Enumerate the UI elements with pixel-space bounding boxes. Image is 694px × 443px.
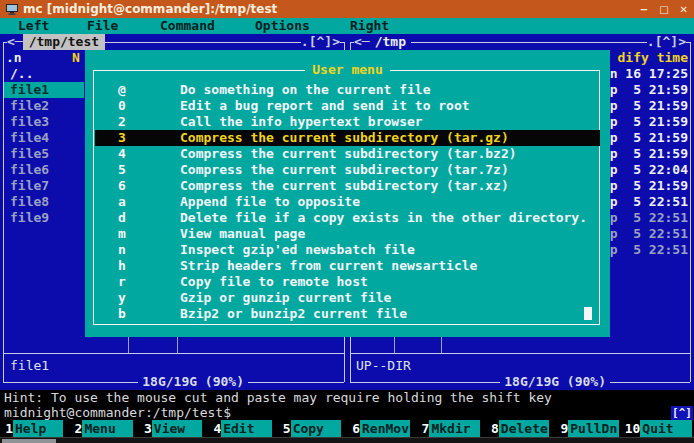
modify-time-cell: p 5 21:59 xyxy=(606,114,688,130)
right-scroll-left-icon[interactable]: <─ xyxy=(354,34,370,50)
close-button[interactable]: ✕ xyxy=(680,4,688,15)
user-menu-item[interactable]: m View manual page xyxy=(95,226,600,242)
modify-time-cell: n 16 17:25 xyxy=(606,66,688,82)
user-menu-item[interactable]: @ Do something on the current file xyxy=(95,82,600,98)
user-menu-item[interactable]: 6 Compress the current subdirectory (tar… xyxy=(95,178,600,194)
user-menu-item[interactable]: 2 Call the info hypertext browser xyxy=(95,114,600,130)
fkey-copy[interactable]: 5 Copy xyxy=(278,420,347,437)
file-row[interactable]: file9 xyxy=(4,210,84,226)
menu-bar: Left File Command Options Right xyxy=(0,18,694,34)
left-panel-header: <─ /tmp/test .[^]> xyxy=(3,34,344,50)
left-sort-indicator[interactable]: .n xyxy=(6,50,22,66)
user-menu-item-selected[interactable]: 3 Compress the current subdirectory (tar… xyxy=(95,130,600,146)
menu-command[interactable]: Command xyxy=(160,18,215,34)
fkey-renmov[interactable]: 6 RenMov xyxy=(347,420,416,437)
modify-time-cell: p 5 22:51 xyxy=(606,210,688,226)
fkey-edit[interactable]: 4 Edit xyxy=(208,420,277,437)
minimize-button[interactable]: − xyxy=(640,4,648,15)
fkey-delete[interactable]: 8 Delete xyxy=(486,420,555,437)
left-panel-footer: 18G/19G (90%) xyxy=(3,374,344,390)
modify-time-cell: p 5 21:59 xyxy=(606,178,688,194)
window-title: mc [midnight@commander]:/tmp/test xyxy=(23,2,277,16)
terminal-icon xyxy=(6,3,18,15)
user-menu-item[interactable]: 4 Compress the current subdirectory (tar… xyxy=(95,146,600,162)
user-menu-item[interactable]: 5 Compress the current subdirectory (tar… xyxy=(95,162,600,178)
titlebar: mc [midnight@commander]:/tmp/test − □ ✕ xyxy=(0,0,694,18)
file-row[interactable]: /.. xyxy=(4,66,84,82)
left-free-space: 18G/19G (90%) xyxy=(138,374,248,390)
modify-time-cell: p 5 21:59 xyxy=(606,82,688,98)
modify-time-cell: p 5 22:04 xyxy=(606,162,688,178)
horizontal-scrollbar[interactable] xyxy=(0,437,694,443)
fkey-help[interactable]: 1 Help xyxy=(0,420,69,437)
left-ministatus: file1 xyxy=(10,358,49,374)
maximize-button[interactable]: □ xyxy=(659,4,668,15)
column-separator xyxy=(441,337,442,353)
menu-file[interactable]: File xyxy=(87,18,118,34)
user-menu-item[interactable]: d Delete file if a copy exists in the ot… xyxy=(95,210,600,226)
right-ministatus: UP--DIR xyxy=(356,358,411,374)
dialog-title: User menu xyxy=(85,62,610,78)
user-menu-item[interactable]: h Strip headers from current newsarticle xyxy=(95,258,600,274)
file-row[interactable]: file3 xyxy=(4,114,84,130)
right-panel-controls[interactable]: .[^]> xyxy=(647,34,686,50)
fkey-pulldn[interactable]: 9 PullDn xyxy=(555,420,624,437)
right-panel-border-right xyxy=(690,42,691,382)
mc-window: mc [midnight@commander]:/tmp/test − □ ✕ … xyxy=(0,0,694,443)
fkey-mkdir[interactable]: 7 Mkdir xyxy=(416,420,485,437)
modify-time-cell: p 5 21:59 xyxy=(606,130,688,146)
left-name-column-header[interactable]: N xyxy=(72,50,80,66)
text-cursor xyxy=(584,307,592,320)
modify-time-cell: p 5 22:51 xyxy=(606,242,688,258)
modify-time-cell: p 5 21:59 xyxy=(606,98,688,114)
fkey-quit[interactable]: 10 Quit xyxy=(625,420,694,437)
file-row[interactable]: file5 xyxy=(4,146,84,162)
user-menu-item[interactable]: 0 Edit a bug report and send it to root xyxy=(95,98,600,114)
file-row[interactable]: file2 xyxy=(4,98,84,114)
file-row[interactable]: file8 xyxy=(4,194,84,210)
modify-time-cell: p 5 22:51 xyxy=(606,194,688,210)
right-ministatus-separator xyxy=(351,353,690,354)
user-menu-item[interactable]: a Append file to opposite xyxy=(95,194,600,210)
scrollbar-thumb[interactable] xyxy=(2,439,56,443)
right-panel-header: <─ /tmp .[^]> xyxy=(350,34,690,50)
left-ministatus-separator xyxy=(4,353,344,354)
modify-time-cell: p 5 21:59 xyxy=(606,146,688,162)
left-panel-controls[interactable]: .[^]> xyxy=(301,34,340,50)
column-separator xyxy=(177,337,178,353)
right-modify-time-header[interactable]: dify time xyxy=(606,50,688,66)
user-menu-item[interactable]: r Copy file to remote host xyxy=(95,274,600,290)
user-menu-item[interactable]: b Bzip2 or bunzip2 current file xyxy=(95,306,600,322)
terminal: Left File Command Options Right <─ /tmp/… xyxy=(0,18,694,443)
function-key-bar: 1 Help 2 Menu 3 View 4 Edit 5 Copy 6 Ren… xyxy=(0,420,694,437)
user-menu-dialog: User menu @ Do something on the current … xyxy=(85,50,610,337)
history-badge[interactable]: [^] xyxy=(671,406,693,420)
right-panel-footer: 18G/19G (90%) xyxy=(350,374,690,390)
command-prompt[interactable]: midnight@commander:/tmp/test$ xyxy=(4,405,231,421)
right-free-space: 18G/19G (90%) xyxy=(500,374,610,390)
column-separator xyxy=(394,337,395,353)
right-panel-path[interactable]: /tmp xyxy=(370,34,411,50)
user-menu-item[interactable]: y Gzip or gunzip current file xyxy=(95,290,600,306)
modify-time-cell: p 5 22:51 xyxy=(606,226,688,242)
file-row[interactable]: file6 xyxy=(4,162,84,178)
column-separator xyxy=(128,337,129,353)
left-panel-path[interactable]: /tmp/test xyxy=(23,34,105,50)
menu-options[interactable]: Options xyxy=(255,18,310,34)
user-menu-item[interactable]: n Inspect gzip'ed newsbatch file xyxy=(95,242,600,258)
file-row-selected[interactable]: file1 xyxy=(4,82,84,98)
fkey-view[interactable]: 3 View xyxy=(139,420,208,437)
file-row[interactable]: file7 xyxy=(4,178,84,194)
file-row[interactable]: file4 xyxy=(4,130,84,146)
hint-line: Hint: To use the mouse cut and paste may… xyxy=(4,390,552,406)
menu-right[interactable]: Right xyxy=(350,18,389,34)
menu-left[interactable]: Left xyxy=(18,18,49,34)
left-scroll-left-icon[interactable]: <─ xyxy=(7,34,23,50)
fkey-menu[interactable]: 2 Menu xyxy=(69,420,138,437)
